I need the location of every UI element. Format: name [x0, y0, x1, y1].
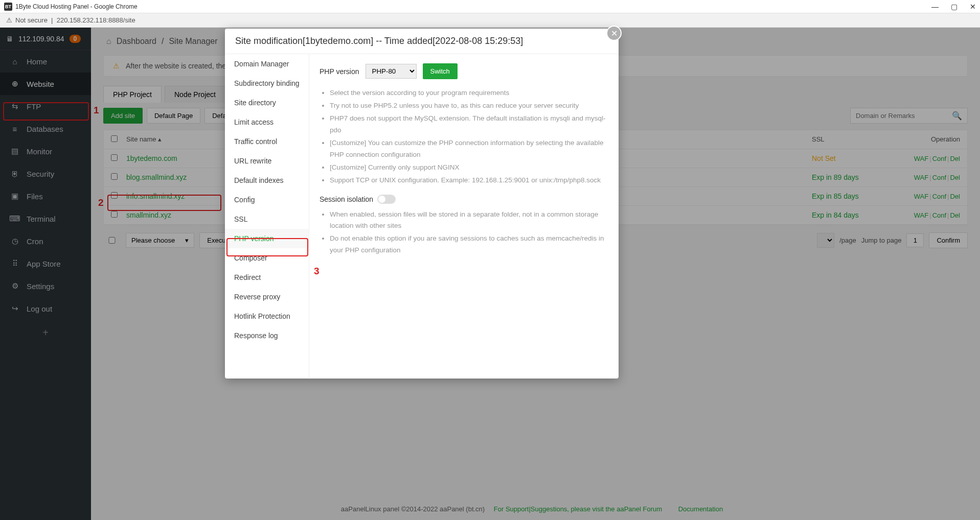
site-modal: ✕ Site modification[1bytedemo.com] -- Ti…: [225, 29, 619, 379]
php-notes-list: Select the version according to your pro…: [320, 87, 608, 186]
note-item: [Customize] Currently only support NGINX: [330, 162, 608, 174]
modal-tab-response-log[interactable]: Response log: [225, 326, 309, 345]
session-notes-list: When enabled, session files will be stor…: [320, 209, 608, 257]
php-version-label: PHP version: [320, 67, 359, 76]
modal-tab-reverse-proxy[interactable]: Reverse proxy: [225, 287, 309, 306]
modal-content: PHP version PHP-80 Switch Select the ver…: [309, 54, 619, 377]
maximize-icon[interactable]: ▢: [951, 3, 958, 11]
modal-tab-subdirectory-binding[interactable]: Subdirectory binding: [225, 74, 309, 93]
php-version-row: PHP version PHP-80 Switch: [320, 63, 608, 79]
not-secure-label: Not secure: [15, 16, 48, 24]
modal-tab-site-directory[interactable]: Site directory: [225, 93, 309, 112]
note-item: Support TCP or UNIX configuration. Examp…: [330, 175, 608, 186]
note-item: When enabled, session files will be stor…: [330, 209, 608, 232]
minimize-icon[interactable]: —: [931, 3, 939, 11]
php-version-select[interactable]: PHP-80: [366, 64, 417, 79]
modal-tab-url-rewrite[interactable]: URL rewrite: [225, 151, 309, 171]
modal-title: Site modification[1bytedemo.com] -- Time…: [225, 29, 619, 54]
session-isolation-row: Session isolation: [320, 195, 608, 204]
modal-tab-domain-manager[interactable]: Domain Manager: [225, 54, 309, 74]
modal-tab-ssl[interactable]: SSL: [225, 209, 309, 229]
modal-tab-composer[interactable]: Composer: [225, 248, 309, 268]
close-icon[interactable]: ✕: [970, 3, 976, 11]
window-title: 1Byte Cloud Hosting Panel - Google Chrom…: [15, 3, 138, 10]
note-item: PHP7 does not support the MySQL extensio…: [330, 113, 608, 136]
window-controls: — ▢ ✕: [931, 3, 976, 11]
modal-tab-default-indexes[interactable]: Default indexes: [225, 171, 309, 190]
address-bar: ⚠ Not secure | 220.158.232.118:8888/site: [0, 13, 980, 28]
modal-tab-traffic-control[interactable]: Traffic control: [225, 132, 309, 151]
session-isolation-toggle[interactable]: [377, 195, 396, 204]
not-secure-icon: ⚠: [6, 16, 12, 24]
note-item: Do not enable this option if you are sav…: [330, 233, 608, 256]
session-isolation-label: Session isolation: [320, 195, 373, 203]
browser-titlebar: BT 1Byte Cloud Hosting Panel - Google Ch…: [0, 0, 980, 13]
addr-sep: |: [48, 16, 57, 24]
app-icon: BT: [4, 3, 12, 11]
url-text[interactable]: 220.158.232.118:8888/site: [57, 16, 135, 24]
modal-tab-php-version[interactable]: PHP version: [225, 229, 309, 248]
note-item: Try not to use PHP5.2 unless you have to…: [330, 100, 608, 112]
note-item: [Customize] You can customize the PHP co…: [330, 137, 608, 161]
modal-close-button[interactable]: ✕: [606, 26, 622, 41]
modal-tab-limit-access[interactable]: Limit access: [225, 112, 309, 132]
modal-tab-redirect[interactable]: Redirect: [225, 268, 309, 287]
modal-tab-config[interactable]: Config: [225, 190, 309, 209]
modal-sidebar: Domain ManagerSubdirectory bindingSite d…: [225, 54, 309, 377]
annotation-num-3: 3: [314, 266, 320, 277]
modal-tab-hotlink-protection[interactable]: Hotlink Protection: [225, 306, 309, 326]
note-item: Select the version according to your pro…: [330, 87, 608, 99]
switch-button[interactable]: Switch: [423, 63, 458, 79]
